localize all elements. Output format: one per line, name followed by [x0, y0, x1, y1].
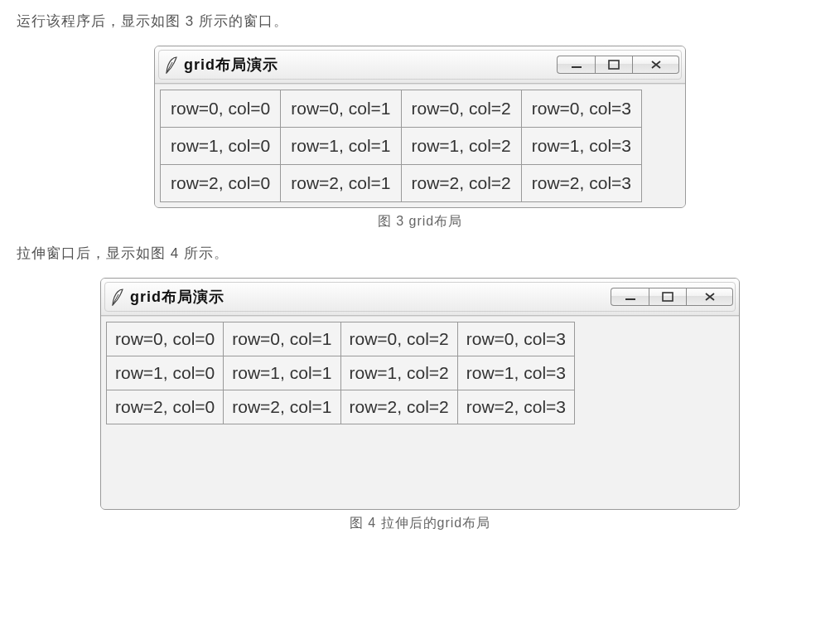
- grid-cell: row=0, col=1: [224, 322, 340, 356]
- svg-rect-1: [609, 61, 619, 69]
- grid-cell: row=1, col=2: [401, 128, 521, 165]
- figure-4-caption: 图 4 拉伸后的grid布局: [17, 515, 823, 532]
- grid-layout-demo: row=0, col=0 row=0, col=1 row=0, col=2 r…: [160, 90, 642, 202]
- grid-cell: row=1, col=1: [224, 356, 340, 390]
- grid-cell: row=2, col=1: [281, 165, 401, 202]
- window-controls: [557, 56, 679, 74]
- svg-rect-2: [625, 298, 635, 300]
- grid-cell: row=2, col=3: [457, 390, 574, 424]
- grid-cell: row=2, col=0: [161, 165, 281, 202]
- grid-cell: row=2, col=2: [401, 165, 521, 202]
- window-fig3: grid布局演示 row=0, col=0: [154, 46, 686, 208]
- grid-cell: row=2, col=2: [340, 390, 457, 424]
- grid-cell: row=1, col=3: [521, 128, 641, 165]
- grid-cell: row=1, col=1: [281, 128, 401, 165]
- client-area-stretched: row=0, col=0 row=0, col=1 row=0, col=2 r…: [101, 316, 739, 509]
- maximize-button[interactable]: [595, 56, 633, 74]
- grid-cell: row=0, col=3: [457, 322, 574, 356]
- minimize-button[interactable]: [557, 56, 595, 74]
- close-button[interactable]: [687, 288, 733, 306]
- intro-text-fig4: 拉伸窗口后，显示如图 4 所示。: [17, 244, 823, 263]
- svg-rect-0: [572, 66, 582, 68]
- grid-cell: row=0, col=3: [521, 90, 641, 128]
- grid-cell: row=1, col=0: [107, 356, 224, 390]
- grid-cell: row=0, col=0: [107, 322, 224, 356]
- grid-cell: row=1, col=3: [457, 356, 574, 390]
- maximize-button[interactable]: [649, 288, 687, 306]
- grid-cell: row=1, col=0: [161, 128, 281, 165]
- figure-3: grid布局演示 row=0, col=0: [17, 46, 823, 230]
- titlebar[interactable]: grid布局演示: [158, 50, 682, 80]
- minimize-button[interactable]: [611, 288, 649, 306]
- grid-cell: row=2, col=3: [521, 165, 641, 202]
- grid-cell: row=2, col=0: [107, 390, 224, 424]
- titlebar[interactable]: grid布局演示: [104, 282, 736, 312]
- client-area: row=0, col=0 row=0, col=1 row=0, col=2 r…: [155, 84, 685, 207]
- feather-icon: [110, 288, 125, 306]
- figure-4: grid布局演示 row=0, col=0: [17, 278, 823, 532]
- grid-cell: row=0, col=2: [340, 322, 457, 356]
- close-button[interactable]: [633, 56, 679, 74]
- window-controls: [611, 288, 733, 306]
- grid-cell: row=0, col=0: [161, 90, 281, 128]
- grid-cell: row=2, col=1: [224, 390, 340, 424]
- intro-text-fig3: 运行该程序后，显示如图 3 所示的窗口。: [17, 12, 823, 31]
- svg-rect-3: [663, 293, 673, 301]
- feather-icon: [164, 56, 179, 74]
- window-title: grid布局演示: [184, 55, 278, 75]
- grid-layout-demo-stretched: row=0, col=0 row=0, col=1 row=0, col=2 r…: [106, 322, 575, 424]
- figure-3-caption: 图 3 grid布局: [17, 213, 823, 230]
- grid-cell: row=1, col=2: [340, 356, 457, 390]
- window-fig4: grid布局演示 row=0, col=0: [100, 278, 740, 510]
- grid-cell: row=0, col=2: [401, 90, 521, 128]
- window-title: grid布局演示: [130, 287, 224, 307]
- grid-cell: row=0, col=1: [281, 90, 401, 128]
